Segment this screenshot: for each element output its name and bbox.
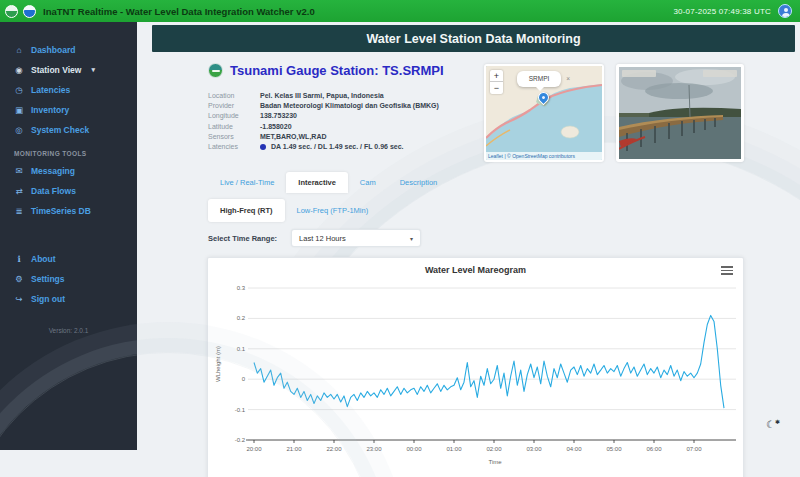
frequency-tabs: High-Freq (RT) Low-Freq (FTP-1Min)	[208, 198, 380, 222]
map-zoom-out-button[interactable]: −	[490, 82, 503, 94]
top-bar: InaTNT Realtime - Water Level Data Integ…	[0, 0, 800, 22]
svg-text:02:00: 02:00	[486, 446, 502, 452]
home-icon: ⌂	[14, 45, 24, 55]
svg-text:Time: Time	[488, 459, 502, 465]
app-version: Version: 2.0.1	[0, 327, 137, 334]
tab-live-realtime[interactable]: Live / Real-Time	[208, 172, 286, 193]
sidebar-item-label: Sign out	[31, 294, 65, 304]
box-icon: ▣	[14, 105, 24, 115]
latency-status-dot	[260, 144, 266, 150]
info-row-provider: Provider Badan Meteorologi Klimatologi d…	[208, 102, 478, 109]
svg-text:07:00: 07:00	[686, 446, 702, 452]
map-zoom-in-button[interactable]: +	[490, 70, 503, 82]
info-row-location: Location Pel. Kelas III Sarmi, Papua, In…	[208, 92, 478, 99]
svg-text:23:00: 23:00	[366, 446, 382, 452]
field-value: Pel. Kelas III Sarmi, Papua, Indonesia	[260, 92, 384, 99]
latency-value: DA 1.49 sec. / DL 1.49 sec. / FL 0.96 se…	[271, 143, 404, 150]
svg-text:0: 0	[242, 376, 246, 382]
field-value: -1.858020	[260, 123, 292, 130]
info-row-latitude: Latitude -1.858020	[208, 123, 478, 130]
sidebar-item-sign-out[interactable]: ↪ Sign out	[0, 289, 137, 309]
svg-text:06:00: 06:00	[646, 446, 662, 452]
sidebar-item-label: Messaging	[31, 166, 75, 176]
station-info: Location Pel. Kelas III Sarmi, Papua, In…	[208, 92, 478, 153]
pier-photo-graphic	[619, 67, 741, 159]
tab-cam[interactable]: Cam	[348, 172, 388, 193]
database-icon: ≣	[14, 206, 24, 216]
sidebar-item-settings[interactable]: ⚙ Settings	[0, 269, 137, 289]
moon-icon: ☾	[766, 419, 775, 430]
station-logo-icon	[208, 63, 223, 78]
field-label: Latitude	[208, 123, 260, 130]
map-attribution: Leaflet | © OpenStreetMap contributors	[486, 152, 602, 160]
info-icon: ℹ	[14, 254, 24, 264]
map-popup-label: SRMPI	[529, 75, 550, 82]
svg-text:0.2: 0.2	[237, 315, 246, 321]
field-label: Provider	[208, 102, 260, 109]
svg-text:04:00: 04:00	[566, 446, 582, 452]
svg-text:WLheight (m): WLheight (m)	[215, 346, 221, 382]
svg-text:21:00: 21:00	[286, 446, 302, 452]
time-range-value: Last 12 Hours	[299, 234, 346, 243]
field-value: Badan Meteorologi Klimatologi dan Geofis…	[260, 102, 439, 109]
map-popup: SRMPI ×	[517, 71, 561, 87]
field-value: 138.753230	[260, 112, 297, 119]
chart-title: Water Level Mareogram	[208, 265, 743, 275]
sidebar-item-data-flows[interactable]: ⇄ Data Flows	[0, 181, 137, 201]
sidebar-item-label: Station View	[31, 65, 81, 75]
tab-low-freq[interactable]: Low-Freq (FTP-1Min)	[285, 199, 381, 222]
sidebar-item-messaging[interactable]: ✉ Messaging	[0, 161, 137, 181]
info-row-latencies: Latencies DA 1.49 sec. / DL 1.49 sec. / …	[208, 143, 478, 150]
sidebar-item-about[interactable]: ℹ About	[0, 249, 137, 269]
dark-mode-toggle[interactable]: ☾✱	[766, 418, 780, 430]
sidebar-item-station-view[interactable]: ◉ Station View ▾	[0, 60, 137, 80]
map-zoom-control: + −	[490, 70, 503, 94]
sidebar-item-label: Data Flows	[31, 186, 76, 196]
field-label: Sensors	[208, 133, 260, 140]
sidebar-item-latencies[interactable]: ◷ Latencies	[0, 80, 137, 100]
station-map[interactable]: + − SRMPI × Leaflet | © OpenStreetMap co…	[484, 64, 604, 162]
sidebar-item-label: Latencies	[31, 85, 70, 95]
sidebar-item-timeseries-db[interactable]: ≣ TimeSeries DB	[0, 201, 137, 221]
sidebar-item-dashboard[interactable]: ⌂ Dashboard	[0, 40, 137, 60]
sidebar: ⌂ Dashboard ◉ Station View ▾ ◷ Latencies…	[0, 22, 137, 450]
sidebar-item-label: Inventory	[31, 105, 69, 115]
tab-high-freq[interactable]: High-Freq (RT)	[208, 199, 285, 222]
arrows-icon: ⇄	[14, 186, 24, 196]
station-icon: ◉	[14, 65, 24, 75]
info-row-longitude: Longitude 138.753230	[208, 112, 478, 119]
field-label: Latencies	[208, 143, 260, 150]
inatnt-logo-icon	[5, 5, 18, 18]
sidebar-item-label: System Check	[31, 125, 89, 135]
svg-text:03:00: 03:00	[526, 446, 542, 452]
station-title: Tsunami Gauge Station: TS.SRMPI	[230, 63, 444, 78]
app-title: InaTNT Realtime - Water Level Data Integ…	[43, 6, 315, 17]
info-row-sensors: Sensors MET,BARO,WL,RAD	[208, 133, 478, 140]
time-range-select[interactable]: Last 12 Hours ▾	[291, 229, 421, 247]
sign-out-icon: ↪	[14, 294, 24, 304]
sidebar-item-label: Dashboard	[31, 45, 75, 55]
user-avatar[interactable]	[778, 4, 792, 18]
sidebar-item-system-check[interactable]: ◎ System Check	[0, 120, 137, 140]
chart-menu-icon[interactable]	[721, 266, 733, 276]
utc-clock: 30-07-2025 07:49:38 UTC	[673, 7, 771, 16]
chevron-down-icon: ▾	[91, 66, 95, 74]
time-range-row: Select Time Range: Last 12 Hours ▾	[208, 229, 421, 247]
close-icon[interactable]: ×	[566, 71, 570, 87]
svg-text:00:00: 00:00	[406, 446, 422, 452]
tab-description[interactable]: Description	[388, 172, 450, 193]
view-tabs: Live / Real-Time Interactive Cam Descrip…	[208, 171, 449, 193]
tab-interactive[interactable]: Interactive	[286, 172, 348, 193]
field-label: Longitude	[208, 112, 260, 119]
mareogram-svg: 0.30.20.10-0.1-0.220:0021:0022:0023:0000…	[208, 276, 745, 477]
svg-text:-0.2: -0.2	[235, 437, 246, 443]
main-content: Water Level Station Data Monitoring Tsun…	[137, 22, 800, 477]
sidebar-section-monitoring-tools: MONITORING TOOLS	[0, 140, 137, 161]
sidebar-item-inventory[interactable]: ▣ Inventory	[0, 100, 137, 120]
sidebar-item-label: TimeSeries DB	[31, 206, 91, 216]
gear-icon: ⚙	[14, 274, 24, 284]
field-value: MET,BARO,WL,RAD	[260, 133, 327, 140]
svg-text:01:00: 01:00	[446, 446, 462, 452]
chevron-down-icon: ▾	[410, 235, 413, 242]
field-label: Location	[208, 92, 260, 99]
